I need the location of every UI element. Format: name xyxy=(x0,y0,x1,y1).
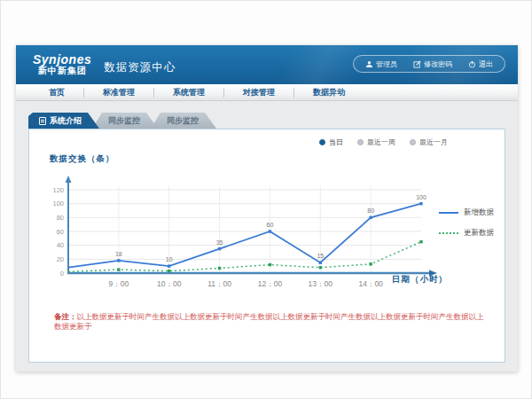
nav-item-standard-mgmt[interactable]: 标准管理 xyxy=(84,84,153,100)
svg-text:40: 40 xyxy=(57,241,64,249)
svg-text:10：00: 10：00 xyxy=(157,279,182,288)
svg-text:80: 80 xyxy=(57,214,64,222)
tab-label: 系统介绍 xyxy=(50,113,82,129)
power-icon xyxy=(468,60,476,68)
nav-item-data-change[interactable]: 数据异动 xyxy=(294,84,364,100)
radio-last-month[interactable]: 最近一月 xyxy=(410,137,448,147)
radio-dot-icon xyxy=(410,139,416,145)
tab-label: 同步监控 xyxy=(108,113,140,129)
tab-bar: 系统介绍 同步监控 同步监控 xyxy=(28,113,216,129)
radio-last-week[interactable]: 最近一周 xyxy=(357,137,395,147)
change-password-button[interactable]: 修改密码 xyxy=(405,59,460,69)
legend-item-updated-data: 更新数据 xyxy=(439,228,497,239)
radio-today[interactable]: 当日 xyxy=(319,137,343,147)
svg-text:14：00: 14：00 xyxy=(358,279,383,288)
svg-text:11：00: 11：00 xyxy=(207,279,231,288)
legend-item-new-data: 新增数据 xyxy=(439,207,497,218)
radio-dot-icon xyxy=(319,139,325,145)
content-area: 系统介绍 同步监控 同步监控 当日 最近一周 xyxy=(16,101,518,372)
page-background: Synjones 新中新集团 数据资源中心 管理员 修改密码 退出 xyxy=(0,0,532,399)
svg-text:120: 120 xyxy=(52,186,64,194)
radio-label: 最近一周 xyxy=(367,137,395,147)
exchange-line-chart: 0204060801001209：0010：0011：0012：0013：001… xyxy=(40,168,448,301)
page-title: 数据资源中心 xyxy=(104,60,176,75)
legend-label: 新增数据 xyxy=(464,207,494,218)
chart-panel: 当日 最近一周 最近一月 数据交换（条） 0204060801001209：00… xyxy=(28,129,505,363)
app-header: Synjones 新中新集团 数据资源中心 管理员 修改密码 退出 xyxy=(16,45,518,84)
footer-note: 备注：以上数据更新于时间产生数据以上数据更新于时间产生数据以上数据更新于时间产生… xyxy=(54,312,489,332)
logo-brand-text: Synjones xyxy=(33,53,91,66)
user-icon xyxy=(365,60,373,68)
svg-text:35: 35 xyxy=(216,239,223,246)
svg-text:60: 60 xyxy=(267,222,274,228)
x-axis-title: 日期（小时） xyxy=(392,274,448,286)
logo-company-name: 新中新集团 xyxy=(33,66,91,76)
chart-legend: 新增数据 更新数据 xyxy=(439,207,497,248)
svg-text:60: 60 xyxy=(57,228,64,236)
svg-text:80: 80 xyxy=(367,207,374,214)
note-prefix: 备注： xyxy=(54,312,77,321)
chart-canvas: 0204060801001209：0010：0011：0012：0013：001… xyxy=(40,168,448,301)
nav-item-interface-mgmt[interactable]: 对接管理 xyxy=(224,84,293,100)
user-toolbar: 管理员 修改密码 退出 xyxy=(353,55,505,73)
svg-text:15: 15 xyxy=(317,253,324,259)
dotted-line-icon xyxy=(439,232,458,234)
svg-text:18: 18 xyxy=(115,251,122,257)
svg-text:12：00: 12：00 xyxy=(258,279,283,288)
svg-text:100: 100 xyxy=(52,200,64,207)
logout-label: 退出 xyxy=(479,59,493,69)
svg-text:9：00: 9：00 xyxy=(109,279,129,288)
nav-item-system-mgmt[interactable]: 系统管理 xyxy=(154,84,223,100)
radio-label: 当日 xyxy=(329,137,343,147)
current-user-button[interactable]: 管理员 xyxy=(357,59,405,69)
document-icon xyxy=(39,117,46,125)
edit-icon xyxy=(413,60,421,68)
svg-text:10: 10 xyxy=(166,256,173,262)
company-logo: Synjones 新中新集团 xyxy=(33,53,91,75)
radio-dot-icon xyxy=(357,139,364,145)
solid-line-icon xyxy=(439,212,458,214)
svg-text:100: 100 xyxy=(416,194,426,200)
time-range-filter: 当日 最近一周 最近一月 xyxy=(319,137,448,147)
tab-label: 同步监控 xyxy=(167,113,199,129)
svg-text:20: 20 xyxy=(57,255,64,263)
change-password-label: 修改密码 xyxy=(424,59,452,69)
tab-sync-monitor-2[interactable]: 同步监控 xyxy=(151,113,216,129)
legend-label: 更新数据 xyxy=(464,228,494,239)
nav-item-home[interactable]: 首页 xyxy=(30,84,83,100)
tab-system-intro[interactable]: 系统介绍 xyxy=(28,113,99,129)
y-axis-title: 数据交换（条） xyxy=(50,153,115,165)
svg-text:13：00: 13：00 xyxy=(309,279,333,288)
radio-label: 最近一月 xyxy=(419,137,448,147)
svg-text:0: 0 xyxy=(60,270,64,278)
note-text: 以上数据更新于时间产生数据以上数据更新于时间产生数据以上数据更新于时间产生数据以… xyxy=(54,312,484,331)
main-nav: 首页 标准管理 系统管理 对接管理 数据异动 xyxy=(16,84,518,101)
tab-sync-monitor-1[interactable]: 同步监控 xyxy=(92,113,158,129)
logout-button[interactable]: 退出 xyxy=(460,59,501,69)
user-name-label: 管理员 xyxy=(376,59,397,69)
app-window: Synjones 新中新集团 数据资源中心 管理员 修改密码 退出 xyxy=(16,45,518,372)
